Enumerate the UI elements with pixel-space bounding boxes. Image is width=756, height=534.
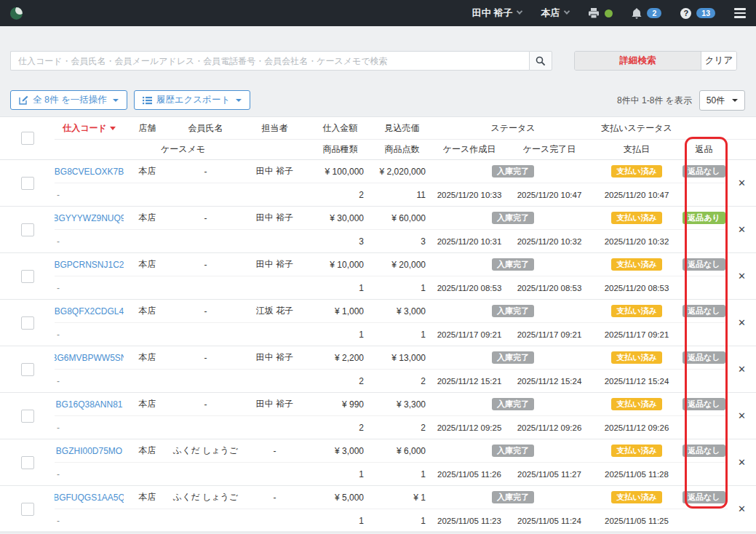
search-input[interactable] <box>10 51 529 71</box>
staff-cell: 田中 裕子 <box>240 160 309 183</box>
case-code-link[interactable]: BGZHI00D75MO <box>56 446 122 456</box>
table-row: BG8CVELOXK7B 本店 - 田中 裕子 ¥ 100,000 ¥ 2,02… <box>0 160 756 207</box>
select-all-checkbox[interactable] <box>21 132 34 145</box>
completed-at-cell: 2025/11/12 09:26 <box>506 416 593 439</box>
chevron-down-icon <box>564 8 570 14</box>
column-header-return: 返品 <box>680 140 728 159</box>
payment-status-badge: 支払い済み <box>611 305 662 317</box>
store-cell: 本店 <box>124 346 171 370</box>
expected-price-cell: ¥ 6,000 <box>371 439 433 463</box>
row-checkbox[interactable] <box>21 177 34 190</box>
table-row: BG8QFX2CDGL4 本店 - 江坂 花子 ¥ 1,000 ¥ 3,000 … <box>0 300 756 346</box>
menu-icon[interactable] <box>734 8 746 18</box>
created-at-cell: 2025/11/12 15:21 <box>433 370 506 392</box>
bulk-action-button[interactable]: 全 8件 を一括操作 <box>10 90 127 110</box>
paid-at-cell: 2025/11/05 11:25 <box>593 509 680 532</box>
status-badge: 入庫完了 <box>492 305 534 317</box>
memo-cell: - <box>55 370 309 392</box>
purchases-table: 仕入コード 店舗 会員氏名 担当者 仕入金額 見込売価 ステータス 支払いステー… <box>0 116 756 531</box>
case-code-link[interactable]: BGFUQGS1AA5Q <box>55 493 124 503</box>
case-code-link[interactable]: BG6MVBPWW5SN <box>55 353 124 363</box>
expected-price-cell: ¥ 13,000 <box>371 346 433 370</box>
row-checkbox[interactable] <box>21 223 34 236</box>
close-icon[interactable]: ✕ <box>738 317 746 328</box>
page-size-select[interactable]: 50件 <box>699 90 745 111</box>
amount-cell: ¥ 10,000 <box>309 253 371 276</box>
close-icon[interactable]: ✕ <box>738 457 746 468</box>
notifications-menu[interactable]: 2 <box>632 8 661 19</box>
store-menu[interactable]: 本店 <box>541 7 569 20</box>
app-logo[interactable] <box>10 7 23 20</box>
search-button[interactable] <box>529 51 552 71</box>
row-checkbox[interactable] <box>21 410 34 423</box>
table-body: BG8CVELOXK7B 本店 - 田中 裕子 ¥ 100,000 ¥ 2,02… <box>0 160 756 533</box>
caret-down-icon <box>236 99 242 102</box>
column-header-store: 店舗 <box>124 117 171 140</box>
row-checkbox[interactable] <box>21 316 34 330</box>
top-navbar: 田中 裕子 本店 2 ? 13 <box>0 0 756 26</box>
close-icon[interactable]: ✕ <box>738 224 746 235</box>
column-header-created-at: ケース作成日 <box>433 140 506 159</box>
column-header-purchase-code[interactable]: 仕入コード <box>63 122 116 135</box>
advanced-search-button[interactable]: 詳細検索 <box>575 52 701 70</box>
store-cell: 本店 <box>124 253 171 276</box>
store-cell: 本店 <box>124 300 171 323</box>
paid-at-cell: 2025/11/12 15:24 <box>593 370 680 392</box>
status-badge: 入庫完了 <box>492 258 534 271</box>
close-icon[interactable]: ✕ <box>738 271 746 282</box>
product-kinds-cell: 2 <box>309 416 371 439</box>
close-icon[interactable]: ✕ <box>738 410 746 421</box>
created-at-cell: 2025/11/05 11:23 <box>433 509 506 532</box>
expected-price-cell: ¥ 3,300 <box>371 393 433 416</box>
store-cell: 本店 <box>124 393 171 416</box>
bell-icon <box>632 8 642 19</box>
product-count-cell: 1 <box>371 463 433 485</box>
paid-at-cell: 2025/11/20 08:53 <box>593 276 680 299</box>
product-kinds-cell: 1 <box>309 276 371 299</box>
product-count-cell: 1 <box>371 276 433 299</box>
created-at-cell: 2025/11/05 11:26 <box>433 463 506 485</box>
return-badge: 返品なし <box>683 445 725 457</box>
product-kinds-cell: 1 <box>309 463 371 485</box>
user-menu[interactable]: 田中 裕子 <box>472 7 522 20</box>
case-code-link[interactable]: BG8QFX2CDGL4 <box>55 306 124 316</box>
clear-button[interactable]: クリア <box>701 52 736 70</box>
memo-cell: - <box>55 230 309 252</box>
help-menu[interactable]: ? 13 <box>680 8 715 19</box>
case-code-link[interactable]: BG8CVELOXK7B <box>55 167 124 177</box>
close-icon[interactable]: ✕ <box>738 364 746 375</box>
memo-cell: - <box>55 276 309 299</box>
close-icon[interactable]: ✕ <box>738 503 746 514</box>
row-checkbox[interactable] <box>21 363 34 376</box>
case-code-link[interactable]: BGYYYWZ9NUQ9 <box>55 213 124 223</box>
created-at-cell: 2025/11/20 08:53 <box>433 276 506 299</box>
case-code-link[interactable]: BGPCRNSNJ1C2 <box>55 260 124 270</box>
completed-at-cell: 2025/11/20 10:47 <box>506 183 593 206</box>
payment-status-badge: 支払い済み <box>611 258 662 271</box>
table-row: BG6MVBPWW5SN 本店 - 田中 裕子 ¥ 2,200 ¥ 13,000… <box>0 346 756 393</box>
status-badge: 入庫完了 <box>492 491 534 503</box>
row-checkbox[interactable] <box>21 503 34 516</box>
row-checkbox[interactable] <box>21 270 34 283</box>
amount-cell: ¥ 30,000 <box>309 207 371 230</box>
close-icon[interactable]: ✕ <box>738 178 746 188</box>
expected-price-cell: ¥ 20,000 <box>371 253 433 276</box>
completed-at-cell: 2025/11/17 09:21 <box>506 323 593 346</box>
export-button[interactable]: 履歴エクスポート <box>134 90 250 110</box>
product-kinds-cell: 2 <box>309 370 371 392</box>
column-header-case-memo: ケースメモ <box>55 140 309 159</box>
notification-count-badge: 2 <box>647 8 661 19</box>
column-header-member: 会員氏名 <box>171 117 240 140</box>
amount-cell: ¥ 5,000 <box>309 486 371 509</box>
return-badge: 返品なし <box>683 305 725 317</box>
completed-at-cell: 2025/11/05 11:24 <box>506 509 593 532</box>
amount-cell: ¥ 1,000 <box>309 300 371 323</box>
row-checkbox[interactable] <box>21 456 34 469</box>
staff-cell: 田中 裕子 <box>240 393 309 416</box>
table-row: BGPCRNSNJ1C2 本店 - 田中 裕子 ¥ 10,000 ¥ 20,00… <box>0 253 756 300</box>
search-bar <box>10 51 552 71</box>
case-code-link[interactable]: BG16Q38ANN81 <box>55 399 122 410</box>
staff-cell: 田中 裕子 <box>240 253 309 276</box>
member-cell: ふくだ しょうご <box>171 486 240 509</box>
printer-status[interactable] <box>588 8 613 19</box>
